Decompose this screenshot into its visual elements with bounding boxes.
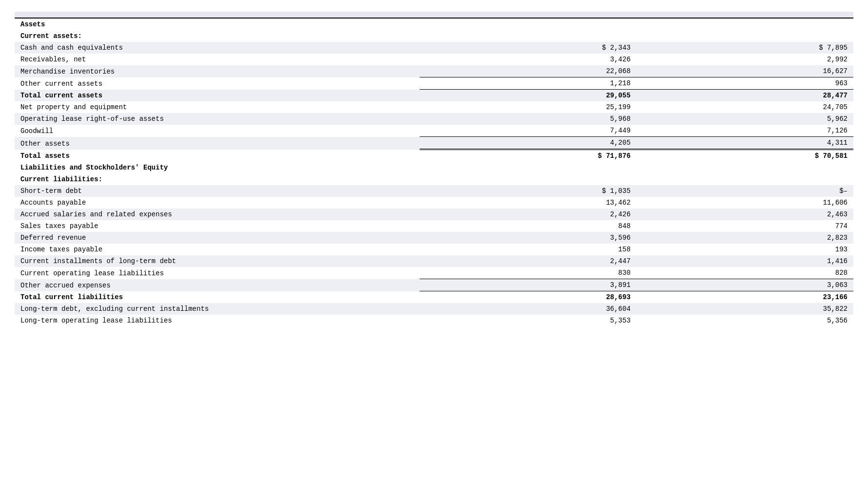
row-col1: 5,968 bbox=[420, 113, 637, 125]
table-row: Total current liabilities28,69323,166 bbox=[15, 291, 853, 304]
row-col2: 2,992 bbox=[637, 54, 853, 65]
row-col1: 29,055 bbox=[420, 90, 637, 102]
table-row: Total current assets29,05528,477 bbox=[15, 90, 853, 102]
row-label: Income taxes payable bbox=[15, 244, 420, 255]
table-row: Current operating lease liabilities83082… bbox=[15, 267, 853, 279]
row-col1 bbox=[420, 173, 637, 185]
row-col1 bbox=[420, 18, 637, 30]
row-col1: 2,426 bbox=[420, 209, 637, 220]
table-row: Income taxes payable158193 bbox=[15, 244, 853, 255]
row-col2: 7,126 bbox=[637, 125, 853, 137]
row-label: Current installments of long-term debt bbox=[15, 255, 420, 267]
header-col1 bbox=[420, 12, 637, 18]
row-label: Total assets bbox=[15, 150, 420, 162]
row-col1: $ 1,035 bbox=[420, 185, 637, 197]
table-row: Goodwill7,4497,126 bbox=[15, 125, 853, 137]
row-label: Current liabilities: bbox=[15, 173, 420, 185]
table-row: Receivables, net3,4262,992 bbox=[15, 54, 853, 65]
row-col2: 23,166 bbox=[637, 291, 853, 304]
row-col1 bbox=[420, 162, 637, 173]
row-label: Long-term debt, excluding current instal… bbox=[15, 303, 420, 315]
row-col1: 2,447 bbox=[420, 255, 637, 267]
row-col2: 28,477 bbox=[637, 90, 853, 102]
row-col1: 830 bbox=[420, 267, 637, 279]
row-col1: 3,426 bbox=[420, 54, 637, 65]
row-label: Sales taxes payable bbox=[15, 220, 420, 232]
row-label: Accounts payable bbox=[15, 197, 420, 209]
row-col1: 22,068 bbox=[420, 65, 637, 77]
row-col1: 28,693 bbox=[420, 291, 637, 304]
table-row: Short-term debt$ 1,035$– bbox=[15, 185, 853, 197]
row-col2 bbox=[637, 162, 853, 173]
row-label: Receivables, net bbox=[15, 54, 420, 65]
row-col2: 4,311 bbox=[637, 137, 853, 150]
row-label: Total current liabilities bbox=[15, 291, 420, 304]
row-col1: 13,462 bbox=[420, 197, 637, 209]
row-col1: $ 71,876 bbox=[420, 150, 637, 162]
row-label: Operating lease right-of-use assets bbox=[15, 113, 420, 125]
row-col2: 3,063 bbox=[637, 279, 853, 291]
table-row: Operating lease right-of-use assets5,968… bbox=[15, 113, 853, 125]
row-col2: $ 70,581 bbox=[637, 150, 853, 162]
row-col1: 3,891 bbox=[420, 279, 637, 291]
table-row: Accrued salaries and related expenses2,4… bbox=[15, 209, 853, 220]
row-col2: 2,823 bbox=[637, 232, 853, 244]
row-col2: 1,416 bbox=[637, 255, 853, 267]
row-label: Cash and cash equivalents bbox=[15, 42, 420, 54]
row-label: Total current assets bbox=[15, 90, 420, 102]
row-col1: 848 bbox=[420, 220, 637, 232]
table-row: Net property and equipment25,19924,705 bbox=[15, 101, 853, 113]
row-col2: $– bbox=[637, 185, 853, 197]
row-label: Goodwill bbox=[15, 125, 420, 137]
table-row: Total assets$ 71,876$ 70,581 bbox=[15, 150, 853, 162]
table-row: Sales taxes payable848774 bbox=[15, 220, 853, 232]
table-row: Current liabilities: bbox=[15, 173, 853, 185]
row-label: Other assets bbox=[15, 137, 420, 150]
table-row: Other current assets1,218963 bbox=[15, 77, 853, 90]
table-row: Long-term debt, excluding current instal… bbox=[15, 303, 853, 315]
table-row: Merchandise inventories22,06816,627 bbox=[15, 65, 853, 77]
row-col2: 11,606 bbox=[637, 197, 853, 209]
row-col2: 2,463 bbox=[637, 209, 853, 220]
table-body: AssetsCurrent assets:Cash and cash equiv… bbox=[15, 18, 853, 326]
header-description bbox=[15, 12, 420, 18]
row-label: Current assets: bbox=[15, 30, 420, 42]
row-col1: 3,596 bbox=[420, 232, 637, 244]
row-label: Other current assets bbox=[15, 77, 420, 90]
table-row: Cash and cash equivalents$ 2,343$ 7,895 bbox=[15, 42, 853, 54]
row-col2: 828 bbox=[637, 267, 853, 279]
row-col1: 4,205 bbox=[420, 137, 637, 150]
row-col2: 774 bbox=[637, 220, 853, 232]
table-row: Liabilities and Stockholders' Equity bbox=[15, 162, 853, 173]
table-row: Assets bbox=[15, 18, 853, 30]
row-col1: 5,353 bbox=[420, 315, 637, 326]
row-col1: 7,449 bbox=[420, 125, 637, 137]
row-col2 bbox=[637, 18, 853, 30]
row-col1: 25,199 bbox=[420, 101, 637, 113]
row-label: Accrued salaries and related expenses bbox=[15, 209, 420, 220]
table-row: Other assets4,2054,311 bbox=[15, 137, 853, 150]
table-row: Deferred revenue3,5962,823 bbox=[15, 232, 853, 244]
row-col2 bbox=[637, 173, 853, 185]
row-label: Assets bbox=[15, 18, 420, 30]
balance-sheet-table: AssetsCurrent assets:Cash and cash equiv… bbox=[15, 12, 853, 326]
row-col2: 963 bbox=[637, 77, 853, 90]
row-col2: 5,356 bbox=[637, 315, 853, 326]
table-row: Accounts payable13,46211,606 bbox=[15, 197, 853, 209]
row-col1: 158 bbox=[420, 244, 637, 255]
header-col2 bbox=[637, 12, 853, 18]
page: AssetsCurrent assets:Cash and cash equiv… bbox=[0, 0, 868, 336]
row-col2: 5,962 bbox=[637, 113, 853, 125]
row-label: Liabilities and Stockholders' Equity bbox=[15, 162, 420, 173]
row-col1: 36,604 bbox=[420, 303, 637, 315]
row-col2 bbox=[637, 30, 853, 42]
table-row: Current installments of long-term debt2,… bbox=[15, 255, 853, 267]
row-col1: $ 2,343 bbox=[420, 42, 637, 54]
row-col2: 16,627 bbox=[637, 65, 853, 77]
table-row: Other accrued expenses3,8913,063 bbox=[15, 279, 853, 291]
table-header-row bbox=[15, 12, 853, 18]
table-row: Current assets: bbox=[15, 30, 853, 42]
row-label: Merchandise inventories bbox=[15, 65, 420, 77]
row-label: Long-term operating lease liabilities bbox=[15, 315, 420, 326]
row-label: Net property and equipment bbox=[15, 101, 420, 113]
